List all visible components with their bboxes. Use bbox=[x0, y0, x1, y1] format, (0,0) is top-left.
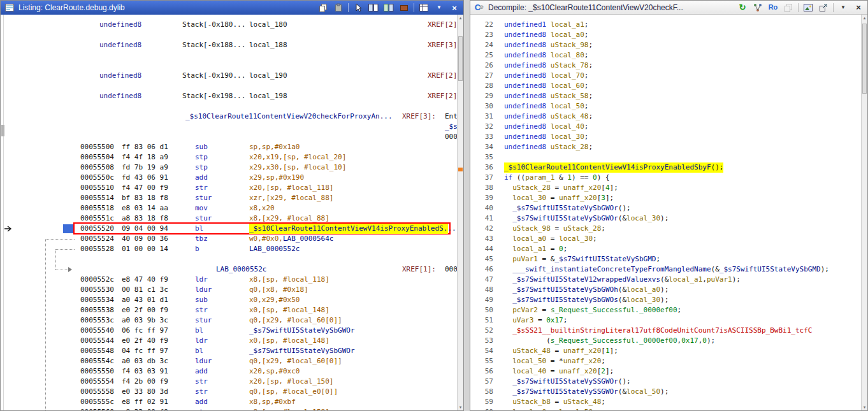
listing-instruction-row[interactable]: 00055550f4 03 03 91addx20,sp,#0xc0 bbox=[1, 366, 457, 377]
decompile-line[interactable]: 58 _$s7SwiftUI5StateVySSGWOr(&local_50); bbox=[470, 387, 861, 397]
decompile-line[interactable]: 46 ___swift_instantiateConcreteTypeFromM… bbox=[470, 264, 861, 275]
listing-instruction-row[interactable]: 0005552440 09 00 36tbzw0,#0x0,LAB_000056… bbox=[1, 234, 457, 244]
listing-instruction-row[interactable]: 00055500ff 83 06 d1subsp,sp,#0x1a0 bbox=[1, 142, 457, 152]
decompile-scrollbar-thumb[interactable] bbox=[862, 24, 867, 94]
ro-icon[interactable]: Ro bbox=[767, 3, 779, 13]
image-icon[interactable] bbox=[802, 3, 814, 13]
listing-instruction-row[interactable]: 00055538e0 2f 00 f9strx0,[sp, #local_148… bbox=[1, 305, 457, 315]
decompile-line[interactable]: 36_$s10ClearRoute11ContentViewV14isProxy… bbox=[470, 162, 861, 173]
listing-variable-row[interactable]: undefined8Stack[-0x188...local_188XREF[3… bbox=[1, 40, 457, 50]
listing-instruction-row[interactable]: 00055544e0 2f 40 f9ldrx0,[sp, #local_148… bbox=[1, 336, 457, 346]
decompile-line[interactable]: 52 _$sSS21__builtinStringLiteral17utf8Co… bbox=[470, 326, 861, 336]
listing-instruction-row[interactable]: 0000552ce8 47 40 f9ldrx8,[sp, #local_118… bbox=[1, 275, 457, 285]
decompile-line[interactable]: 25undefined8 local_80; bbox=[470, 50, 861, 61]
xref-continuation-row[interactable]: 000 bbox=[1, 132, 457, 142]
decompile-line[interactable]: 50 pcVar2 = s_Request_Successful._0000ef… bbox=[470, 305, 861, 315]
decompile-line[interactable]: 57 _$s7SwiftUI5StateVySSGWOr(); bbox=[470, 377, 861, 387]
decompile-line[interactable]: 47 _$s7SwiftUI5StateV12wrappedValuexvs(&… bbox=[470, 275, 861, 285]
decompile-line[interactable]: 53 (s_Request_Successful._0000ef00,0x17,… bbox=[470, 336, 861, 346]
decompile-scrollbar[interactable]: ▲ ▼ bbox=[861, 15, 867, 410]
listing-instruction-row[interactable]: 00055510f4 47 00 f9strx20,[sp, #local_11… bbox=[1, 183, 457, 193]
listing-instruction-row[interactable]: 0005554ca0 03 db 3cldurq0,[x29, #local_6… bbox=[1, 356, 457, 366]
listing-instruction-row[interactable]: 00055508fd 7b 19 a9stpx29,x30,[sp, #loca… bbox=[1, 162, 457, 173]
scroll-up-button[interactable]: ▲ bbox=[862, 15, 867, 21]
select-arrow-icon[interactable] bbox=[352, 3, 364, 13]
decompile-line[interactable]: 22undefined1 local_a1; bbox=[470, 20, 861, 30]
decompile-line[interactable]: 34undefined8 uStack_28; bbox=[470, 142, 861, 152]
decompile-line[interactable]: 54 uStack_48 = unaff_x20[1]; bbox=[470, 346, 861, 356]
listing-instruction-row[interactable]: 00055560e8 33 00 f9strx8,[sp, #local_158… bbox=[1, 407, 457, 410]
paste-icon[interactable] bbox=[333, 3, 344, 13]
decompile-line[interactable]: 28undefined8 local_60; bbox=[470, 81, 861, 91]
listing-instruction-row[interactable]: 00055518e8 03 14 aamovx8,x20 bbox=[1, 203, 457, 213]
listing-instruction-row[interactable]: 0005553000 81 c1 3cldurq0,[x8, #0x18] bbox=[1, 285, 457, 295]
listing-instruction-row-selected[interactable]: 0005552009 04 00 94bl_$s10ClearRoute11Co… bbox=[1, 224, 457, 234]
decompile-line[interactable]: 26undefined8 uStack_78; bbox=[470, 61, 861, 71]
copy-icon[interactable] bbox=[317, 3, 329, 13]
decompile-line[interactable]: 35 bbox=[470, 152, 861, 162]
decompile-titlebar[interactable]: C⚙ Decompile: _$s10ClearRoute11ContentVi… bbox=[470, 1, 867, 15]
decompile-line[interactable]: 48 _$s7SwiftUI5StateVySbGWOh(&local_a0); bbox=[470, 285, 861, 295]
listing-instruction-row[interactable]: 0005553ca0 03 9b 3csturq0,[x29, #local_6… bbox=[1, 315, 457, 326]
decompile-line[interactable]: 56 local_40 = unaff_x20[2]; bbox=[470, 366, 861, 377]
listing-variable-row[interactable]: undefined8Stack[-0x190...local_190XREF[2… bbox=[1, 71, 457, 81]
listing-fields-icon[interactable] bbox=[418, 3, 430, 13]
decompile-line[interactable]: 27undefined8 local_70; bbox=[470, 71, 861, 81]
decompile-line[interactable]: 49 _$s7SwiftUI5StateVySbGWOs(&local_30); bbox=[470, 295, 861, 305]
scroll-down-button[interactable]: ▼ bbox=[458, 404, 463, 410]
listing-instruction-row[interactable]: 00055534a0 43 01 d1subx0,x29,#0x50 bbox=[1, 295, 457, 305]
listing-instruction-row[interactable]: 00055554f4 2b 00 f9strx20,[sp, #local_15… bbox=[1, 377, 457, 387]
decompile-line[interactable]: 51 uVar3 = 0x17; bbox=[470, 315, 861, 326]
decompile-line[interactable]: 32undefined8 local_40; bbox=[470, 122, 861, 132]
decompile-line[interactable]: 59 uStack_b8 = uStack_48; bbox=[470, 397, 861, 407]
listing-instruction-row[interactable]: 0005550cfd 43 06 91addx29,sp,#0x190 bbox=[1, 173, 457, 183]
xref-continuation-row[interactable]: _$s bbox=[1, 122, 457, 132]
menu-dropdown-icon[interactable]: ▼ bbox=[837, 3, 849, 13]
decompile-line[interactable]: 42 uStack_98 = uStack_28; bbox=[470, 224, 861, 234]
decompile-line[interactable]: 29undefined8 uStack_58; bbox=[470, 91, 861, 101]
scroll-up-button[interactable]: ▲ bbox=[458, 15, 463, 21]
dual-listing-icon[interactable] bbox=[368, 3, 379, 13]
graph-icon[interactable] bbox=[752, 3, 763, 13]
decompile-line[interactable]: 37if ((param_1 & 1) == 0) { bbox=[470, 173, 861, 183]
close-icon[interactable]: × bbox=[853, 3, 864, 13]
listing-instruction-row[interactable]: 0005551ca8 83 18 f8sturx8,[x29, #local_8… bbox=[1, 213, 457, 224]
copy-icon-disabled[interactable] bbox=[783, 3, 794, 13]
decompile-line[interactable]: 60 local_c0 = local_50; bbox=[470, 407, 861, 410]
decompile-line[interactable]: 39 local_30 = unaff_x20[3]; bbox=[470, 193, 861, 203]
decompile-line[interactable]: 45 puVar1 = &_$s7SwiftUI5StateVySbGMD; bbox=[470, 254, 861, 264]
listing-variable-row[interactable]: undefined8Stack[-0x180...local_180XREF[2… bbox=[1, 20, 457, 30]
decompile-line[interactable]: 33undefined8 local_30; bbox=[470, 132, 861, 142]
decompile-line[interactable]: 43 local_a0 = local_30; bbox=[470, 234, 861, 244]
listing-instruction-row[interactable]: 0005554006 fc ff 97bl_$s7SwiftUI5StateVy… bbox=[1, 326, 457, 336]
refresh-icon[interactable]: ↻ bbox=[737, 3, 748, 13]
listing-content[interactable]: undefined8Stack[-0x180...local_180XREF[2… bbox=[1, 15, 463, 410]
diff-view-icon[interactable] bbox=[383, 3, 394, 13]
decompile-line[interactable]: 38 uStack_28 = unaff_x20[4]; bbox=[470, 183, 861, 193]
scroll-down-button[interactable]: ▼ bbox=[862, 404, 867, 410]
listing-scrollbar[interactable]: ▲ ▼ bbox=[457, 15, 463, 410]
code-label-row[interactable]: LAB_0000552cXREF[1]:000 bbox=[1, 264, 457, 275]
listing-variable-row[interactable]: undefined8Stack[-0x198...local_198XREF[2… bbox=[1, 91, 457, 101]
snapshot-icon[interactable] bbox=[398, 3, 410, 13]
listing-instruction-row[interactable]: 00055558e0 33 80 3dstrq0,[sp, #local_e0[… bbox=[1, 387, 457, 397]
listing-instruction-row[interactable]: 00055504f4 4f 18 a9stpx20,x19,[sp, #loca… bbox=[1, 152, 457, 162]
listing-instruction-row[interactable]: 00055514bf 83 18 f8sturxzr,[x29, #local_… bbox=[1, 193, 457, 203]
listing-instruction-row[interactable]: 0005552801 00 00 14bLAB_0000552c bbox=[1, 244, 457, 254]
decompile-line[interactable]: 55 local_50 = *unaff_x20; bbox=[470, 356, 861, 366]
menu-dropdown-icon[interactable]: ▼ bbox=[433, 3, 445, 13]
close-icon[interactable]: × bbox=[449, 3, 460, 13]
listing-scrollbar-thumb[interactable] bbox=[458, 36, 463, 81]
function-label-row[interactable]: _$s10ClearRoute11ContentViewV20checkForP… bbox=[1, 112, 457, 122]
decompile-line[interactable]: 40 _$s7SwiftUI5StateVySbGWOr(); bbox=[470, 203, 861, 213]
listing-instruction-row[interactable]: 0005555ce8 ff 02 91addx8,sp,#0xbf bbox=[1, 397, 457, 407]
decompile-content[interactable]: 22undefined1 local_a1;23undefined8 local… bbox=[470, 15, 867, 410]
decompile-line[interactable]: 30undefined8 local_50; bbox=[470, 101, 861, 112]
decompile-line[interactable]: 41 _$s7SwiftUI5StateVySbGWOr(&local_30); bbox=[470, 213, 861, 224]
decompile-line[interactable]: 23undefined8 local_a0; bbox=[470, 30, 861, 40]
listing-instruction-row[interactable]: 0005554804 fc ff 97bl_$s7SwiftUI5StateVy… bbox=[1, 346, 457, 356]
decompile-line[interactable]: 44 local_a1 = 0; bbox=[470, 244, 861, 254]
decompile-line[interactable]: 24undefined8 uStack_98; bbox=[470, 40, 861, 50]
listing-titlebar[interactable]: Listing: ClearRoute.debug.dylib ▼× bbox=[1, 1, 463, 15]
export-icon[interactable] bbox=[818, 3, 829, 13]
